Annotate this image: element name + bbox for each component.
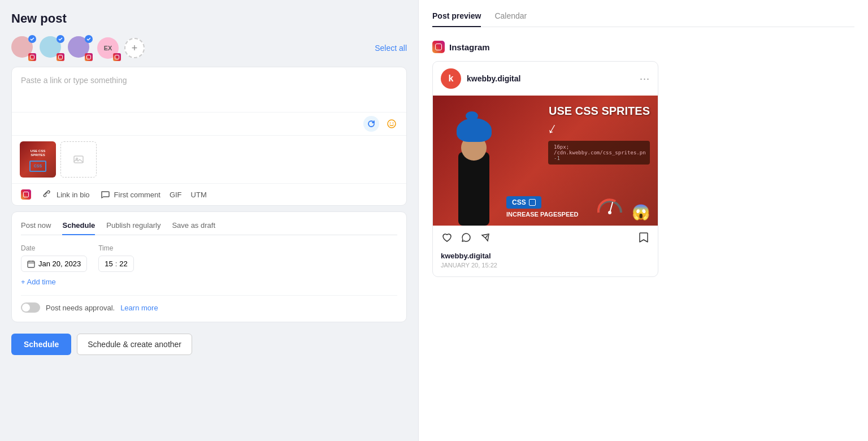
post-author-avatar: k	[441, 68, 461, 89]
bookmark-button[interactable]	[637, 231, 650, 244]
surprised-emoji: 😱	[632, 204, 650, 221]
add-account-button[interactable]: +	[124, 38, 145, 58]
svg-point-10	[608, 211, 611, 214]
link-in-bio-button[interactable]: Link in bio	[41, 188, 90, 201]
svg-rect-5	[28, 261, 34, 267]
action-buttons-row: Schedule Schedule & create another	[11, 334, 407, 355]
tab-calendar[interactable]: Calendar	[494, 11, 527, 27]
refresh-icon[interactable]	[363, 116, 379, 132]
compose-area: Paste a link or type something	[11, 67, 407, 206]
svg-line-12	[485, 235, 488, 238]
account-avatar-1[interactable]	[11, 36, 35, 60]
post-username: kwebby.digital	[441, 252, 650, 260]
ig-platform-label: Instagram	[449, 42, 490, 52]
time-input[interactable]: 15 : 22	[98, 256, 134, 272]
left-panel: New post	[0, 0, 418, 441]
post-image-title: USE CSS SPRITES	[549, 105, 650, 117]
page-title: New post	[11, 11, 407, 26]
account-avatar-3[interactable]	[68, 36, 92, 60]
right-panel: Post preview Calendar Instagram k kwebby…	[418, 0, 868, 441]
instagram-action-button[interactable]	[20, 188, 32, 201]
post-more-button[interactable]: ···	[640, 73, 650, 85]
account-avatar-4[interactable]: EX	[96, 36, 120, 60]
date-value: Jan 20, 2023	[38, 260, 81, 268]
svg-point-1	[390, 123, 391, 124]
select-all-button[interactable]: Select all	[375, 44, 407, 53]
author-avatar-letter: k	[449, 74, 454, 84]
post-card: k kwebby.digital ···	[432, 61, 658, 277]
share-button[interactable]	[479, 231, 492, 244]
tab-publish-regularly[interactable]: Publish regularly	[106, 221, 160, 235]
compose-placeholder: Paste a link or type something	[21, 76, 127, 85]
approval-toggle[interactable]	[21, 302, 40, 313]
ig-platform-header: Instagram	[432, 41, 658, 53]
post-actions-bar	[433, 226, 658, 249]
post-author-name: kwebby.digital	[467, 74, 634, 83]
post-image: USE CSS SPRITES ↓ 16px; /cdn.kwebby.com/…	[433, 96, 658, 226]
toggle-knob	[22, 304, 30, 312]
date-label: Date	[21, 244, 87, 252]
schedule-create-another-button[interactable]: Schedule & create another	[77, 334, 192, 355]
add-media-button[interactable]	[60, 141, 97, 178]
time-separator: :	[115, 260, 118, 268]
ig-platform-icon	[432, 41, 445, 53]
post-footer: kwebby.digital JANUARY 20, 15:22	[433, 249, 658, 276]
emoji-icon[interactable]	[384, 116, 400, 132]
approval-row: Post needs approval. Learn more	[21, 295, 397, 313]
speedometer-icon	[596, 196, 624, 215]
account-avatar-2[interactable]	[40, 36, 63, 60]
like-button[interactable]	[441, 231, 453, 244]
tab-schedule[interactable]: Schedule	[62, 221, 95, 235]
instagram-preview-section: Instagram k kwebby.digital ···	[432, 41, 658, 277]
compose-actions: Link in bio First comment GIF UTM	[12, 184, 406, 205]
time-hours: 15	[105, 260, 112, 268]
schedule-button[interactable]: Schedule	[11, 334, 71, 355]
post-card-header: k kwebby.digital ···	[433, 62, 658, 96]
utm-button[interactable]: UTM	[191, 191, 207, 199]
text-input-area[interactable]: Paste a link or type something	[12, 67, 406, 113]
date-time-row: Date Jan 20, 2023 Time 15 : 22	[21, 244, 397, 272]
accounts-bar: EX + Select all	[11, 36, 407, 60]
date-field-group: Date Jan 20, 2023	[21, 244, 87, 272]
time-minutes: 22	[119, 260, 127, 268]
media-thumbnail-1[interactable]: USE CSS SPRITES CSS	[20, 141, 56, 178]
svg-point-2	[393, 123, 394, 124]
compose-toolbar	[12, 113, 406, 136]
tab-post-preview[interactable]: Post preview	[432, 11, 481, 27]
comment-button[interactable]	[460, 231, 472, 244]
media-preview-area: USE CSS SPRITES CSS	[12, 136, 406, 184]
preview-tabs: Post preview Calendar	[432, 11, 854, 27]
tab-save-draft[interactable]: Save as draft	[172, 221, 215, 235]
first-comment-button[interactable]: First comment	[99, 188, 160, 201]
scheduling-tabs: Post now Schedule Publish regularly Save…	[21, 221, 397, 235]
calendar-icon	[27, 260, 35, 268]
post-date: JANUARY 20, 15:22	[441, 262, 650, 269]
increase-pagespeed-text: INCREASE PAGESPEED	[506, 211, 579, 218]
scheduling-section: Post now Schedule Publish regularly Save…	[11, 211, 407, 322]
approval-text: Post needs approval.	[46, 304, 115, 312]
tab-post-now[interactable]: Post now	[21, 221, 51, 235]
time-label: Time	[98, 244, 134, 252]
date-input[interactable]: Jan 20, 2023	[21, 256, 87, 272]
learn-more-link[interactable]: Learn more	[120, 304, 158, 312]
add-time-button[interactable]: + Add time	[21, 278, 56, 286]
svg-rect-3	[74, 156, 83, 163]
css-badge: CSS	[506, 196, 541, 209]
svg-point-0	[388, 120, 396, 128]
time-field-group: Time 15 : 22	[98, 244, 134, 272]
gif-button[interactable]: GIF	[170, 191, 182, 199]
